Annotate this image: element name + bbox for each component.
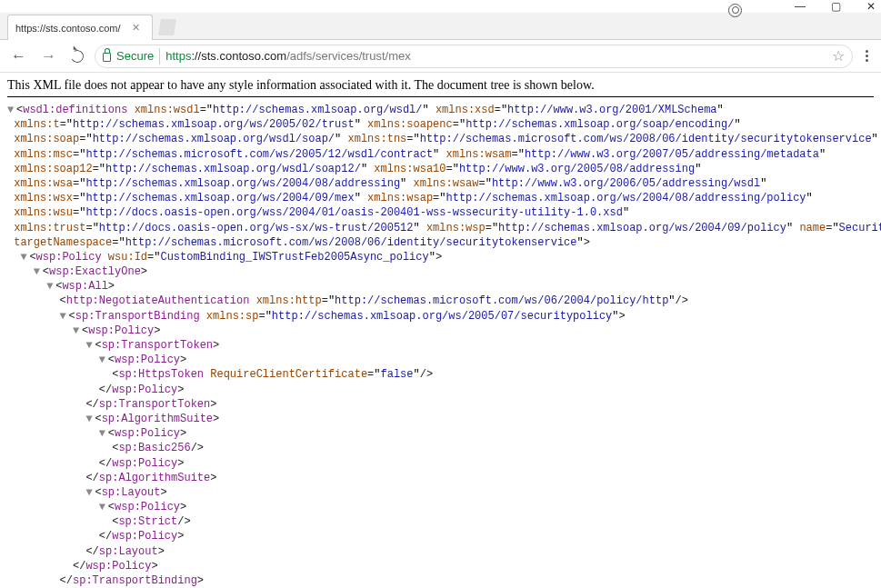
forward-button[interactable]: → [37, 45, 60, 67]
tab-strip: https://sts.contoso.com/ ✕ [0, 13, 881, 40]
reload-button[interactable] [69, 48, 85, 64]
expand-toggle-icon[interactable]: ▼ [73, 324, 82, 338]
minimize-button[interactable]: — [795, 0, 806, 13]
expand-toggle-icon[interactable]: ▼ [99, 353, 108, 367]
secure-badge[interactable]: Secure [116, 49, 154, 63]
expand-toggle-icon[interactable]: ▼ [85, 338, 95, 353]
expand-toggle-icon[interactable]: ▼ [20, 250, 29, 264]
maximize-button[interactable]: ▢ [831, 0, 841, 13]
page-content[interactable]: This XML file does not appear to have an… [0, 73, 881, 588]
tab-title: https://sts.contoso.com/ [15, 23, 121, 34]
bookmark-star-icon[interactable]: ☆ [832, 47, 845, 65]
expand-toggle-icon[interactable]: ▼ [85, 485, 95, 500]
expand-toggle-icon[interactable]: ▼ [34, 264, 43, 279]
browser-tab[interactable]: https://sts.contoso.com/ ✕ [7, 15, 153, 40]
expand-toggle-icon[interactable]: ▼ [99, 426, 108, 441]
url-text: https://sts.contoso.com/adfs/services/tr… [165, 49, 411, 63]
menu-button[interactable] [860, 50, 874, 62]
xml-notice: This XML file does not appear to have an… [7, 78, 874, 97]
close-tab-icon[interactable]: ✕ [132, 22, 140, 34]
separator [159, 48, 160, 65]
window-titlebar: — ▢ ✕ [0, 0, 881, 13]
account-icon[interactable] [728, 4, 742, 17]
expand-toggle-icon[interactable]: ▼ [7, 103, 16, 117]
new-tab-button[interactable] [158, 19, 176, 35]
expand-toggle-icon[interactable]: ▼ [85, 412, 95, 426]
address-bar[interactable]: Secure https://sts.contoso.com/adfs/serv… [95, 45, 853, 68]
expand-toggle-icon[interactable]: ▼ [46, 279, 55, 294]
back-button[interactable]: ← [7, 45, 30, 67]
close-window-button[interactable]: ✕ [866, 0, 876, 13]
lock-icon[interactable] [103, 53, 111, 62]
browser-toolbar: ← → Secure https://sts.contoso.com/adfs/… [0, 40, 881, 73]
expand-toggle-icon[interactable]: ▼ [99, 500, 108, 514]
xml-tree: ▼<wsdl:definitions xmlns:wsdl="http://sc… [7, 103, 874, 588]
expand-toggle-icon[interactable]: ▼ [60, 309, 69, 324]
